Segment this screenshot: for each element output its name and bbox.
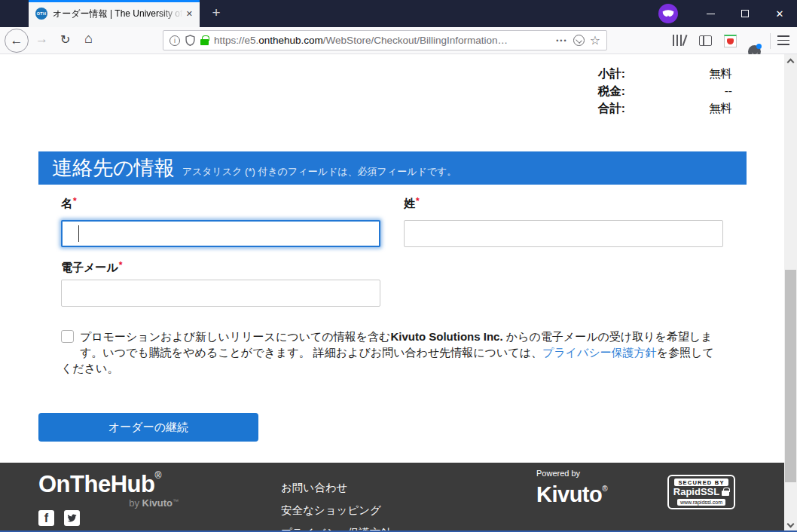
shield-extension-icon[interactable]: [724, 35, 737, 47]
newsletter-text: プロモーションおよび新しいリリースについての情報を含むKivuto Soluti…: [61, 330, 714, 375]
section-header: 連絡先の情報 アスタリスク (*) 付きのフィールドは、必須フィールドです。: [38, 151, 747, 185]
titlebar-controls: ✕: [658, 0, 797, 27]
required-asterisk: *: [73, 196, 77, 206]
active-tab-stripe: [29, 0, 200, 2]
https-lock-icon[interactable]: [200, 39, 209, 45]
summary-row-total: 合計: 無料: [598, 99, 732, 117]
order-summary: 小計: 無料 税金: -- 合計: 無料: [598, 65, 732, 117]
first-name-input[interactable]: [61, 220, 380, 247]
onthehub-logo: OnTheHub®: [38, 470, 161, 498]
section-subtitle: アスタリスク (*) 付きのフィールドは、必須フィールドです。: [182, 165, 457, 179]
section-title: 連絡先の情報: [52, 151, 175, 185]
home-button[interactable]: ⌂: [84, 31, 93, 47]
rapidssl-seal[interactable]: SECURED BY RapidSSL www.rapidssl.com: [667, 475, 735, 509]
summary-row-tax: 税金: --: [598, 82, 732, 99]
minimize-icon: [707, 14, 715, 14]
minimize-button[interactable]: [693, 0, 728, 27]
bookmark-star-icon[interactable]: ☆: [590, 35, 600, 47]
summary-row-subtotal: 小計: 無料: [598, 65, 732, 82]
forward-button[interactable]: →: [35, 32, 48, 47]
new-tab-button[interactable]: +: [203, 0, 229, 27]
text-caret: [78, 225, 79, 242]
onthehub-favicon-icon: OTH: [35, 8, 47, 20]
kivuto-logo: Kivuto®: [536, 478, 607, 506]
required-asterisk: *: [119, 260, 123, 271]
privacy-policy-link[interactable]: プライバシー保護方針: [542, 346, 657, 359]
browser-tab[interactable]: OTH オーダー情報 | The University of T ✕: [29, 0, 200, 27]
page-content: 小計: 無料 税金: -- 合計: 無料 連絡先の情報 アスタリスク (*) 付…: [0, 54, 784, 532]
address-bar[interactable]: i https://e5.onthehub.com/WebStore/Check…: [163, 30, 607, 50]
ssl-lock-icon: [722, 491, 729, 496]
maximize-button[interactable]: [728, 0, 762, 27]
browser-toolbar: ← → ↻ ⌂ i https://e5.onthehub.com/WebSto…: [0, 27, 797, 54]
private-browsing-mask-icon: [658, 4, 678, 23]
vertical-scrollbar[interactable]: [784, 54, 797, 532]
newsletter-optin: プロモーションおよび新しいリリースについての情報を含むKivuto Soluti…: [61, 329, 719, 376]
back-button[interactable]: ←: [5, 29, 29, 53]
tab-close-icon[interactable]: ✕: [186, 9, 193, 19]
social-links: f: [38, 510, 80, 526]
newsletter-checkbox[interactable]: [61, 330, 74, 343]
url-text[interactable]: https://e5.onthehub.com/WebStore/Checkou…: [214, 35, 551, 46]
scroll-up-arrow-icon[interactable]: [787, 59, 795, 66]
tab-title: オーダー情報 | The University of T: [53, 8, 183, 20]
first-name-label: 名*: [61, 197, 77, 211]
last-name-label: 姓*: [404, 197, 420, 211]
page-info-icon[interactable]: i: [169, 35, 180, 46]
required-asterisk: *: [416, 196, 420, 206]
last-name-input[interactable]: [404, 220, 723, 247]
scrollbar-thumb[interactable]: [785, 270, 796, 482]
toolbar-separator: [770, 33, 771, 49]
page-actions-icon[interactable]: •••: [556, 37, 567, 44]
footer-link-contact[interactable]: お問い合わせ: [281, 481, 347, 495]
tracking-protection-shield-icon[interactable]: [185, 35, 195, 46]
email-label: 電子メール*: [61, 261, 122, 275]
sidebar-icon[interactable]: [699, 35, 712, 46]
reload-button[interactable]: ↻: [60, 32, 70, 47]
scroll-down-arrow-icon[interactable]: [787, 521, 795, 528]
onthehub-byline: by Kivuto™: [38, 497, 179, 509]
titlebar: OTH オーダー情報 | The University of T ✕ + ✕: [0, 0, 797, 27]
powered-by-kivuto: Powered by Kivuto®: [536, 469, 607, 506]
footer-link-secure-shopping[interactable]: 安全なショッピング: [281, 503, 381, 518]
library-icon[interactable]: [673, 35, 688, 47]
facebook-icon[interactable]: f: [38, 510, 54, 526]
close-button[interactable]: ✕: [762, 0, 797, 27]
continue-order-button[interactable]: オーダーの継続: [38, 413, 258, 442]
maximize-icon: [741, 10, 749, 17]
email-input[interactable]: [61, 280, 380, 307]
twitter-icon[interactable]: [64, 510, 80, 526]
menu-hamburger-icon[interactable]: [777, 35, 789, 45]
footer: OnTheHub® by Kivuto™ f お問い合わせ 安全なショッピング …: [0, 463, 784, 532]
pocket-icon[interactable]: [573, 35, 585, 46]
